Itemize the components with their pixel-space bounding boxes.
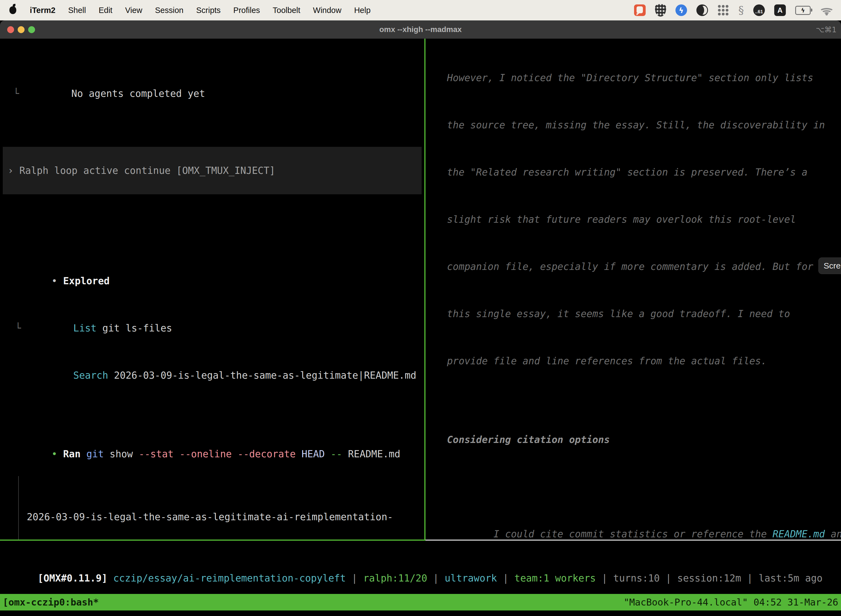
omx-team: team:1 workers bbox=[514, 573, 596, 584]
meter-icon[interactable]: ..61 bbox=[753, 4, 765, 16]
screen-overlay-tooltip: Scre bbox=[818, 258, 841, 274]
menu-item-window[interactable]: Window bbox=[306, 6, 348, 15]
thinking-line: this single essay, it seems like a good … bbox=[426, 306, 841, 322]
left-pane-bottom-border bbox=[0, 540, 424, 541]
prompt-chevron: › bbox=[8, 163, 13, 179]
bolt-badge-icon[interactable]: ϟ bbox=[675, 4, 687, 16]
menu-item-shell[interactable]: Shell bbox=[62, 6, 92, 15]
scripts-glyph-icon[interactable]: § bbox=[738, 4, 744, 16]
menu-status-icons: ϟ § ..61 A ϟ bbox=[634, 4, 833, 16]
explored-header: • Explored bbox=[0, 258, 424, 273]
wifi-icon[interactable] bbox=[820, 5, 833, 15]
menu-item-edit[interactable]: Edit bbox=[92, 6, 119, 15]
thinking-heading: Considering citation options bbox=[426, 432, 841, 448]
crescent-icon[interactable] bbox=[696, 4, 708, 16]
readme-link[interactable]: README.md bbox=[772, 528, 825, 540]
window-bottom-edge bbox=[0, 610, 841, 616]
bullet-icon: • bbox=[51, 449, 57, 459]
battery-icon[interactable]: ϟ bbox=[795, 6, 811, 15]
right-pane-bottom-border bbox=[425, 540, 841, 541]
menu-item-help[interactable]: Help bbox=[348, 6, 377, 15]
cmd-git-show: • Ran git show --stat --oneline --decora… bbox=[0, 431, 424, 446]
menu-item-profiles[interactable]: Profiles bbox=[227, 6, 267, 15]
omx-status-line: [OMX#0.11.9] cczip/essay/ai-reimplementa… bbox=[3, 555, 822, 571]
explored-search-row: Search 2026-03-09-is-legal-the-same-as-l… bbox=[0, 352, 424, 368]
omx-last: last:5m ago bbox=[759, 573, 822, 584]
a-app-icon[interactable]: A bbox=[774, 4, 786, 16]
grid-dots-icon[interactable] bbox=[717, 4, 729, 16]
inject-text: Ralph loop active continue [OMX_TMUX_INJ… bbox=[19, 163, 275, 179]
messages-icon[interactable] bbox=[634, 4, 646, 16]
menu-item-scripts[interactable]: Scripts bbox=[190, 6, 227, 15]
window-title: omx --xhigh --madmax bbox=[0, 21, 841, 39]
macos-menu-bar: iTerm2 Shell Edit View Session Scripts P… bbox=[0, 0, 841, 21]
tree-branch-glyph: └ bbox=[15, 320, 21, 336]
screen: iTerm2 Shell Edit View Session Scripts P… bbox=[0, 0, 841, 616]
apple-menu-icon[interactable] bbox=[9, 6, 16, 14]
thinking-line: companion file, especially if more comme… bbox=[426, 259, 841, 274]
thinking-line: provide file and line references from th… bbox=[426, 353, 841, 369]
left-pane: └No agents completed yet › Ralph loop ac… bbox=[0, 39, 424, 540]
menu-item-app[interactable]: iTerm2 bbox=[23, 6, 62, 15]
terminal: └No agents completed yet › Ralph loop ac… bbox=[0, 39, 841, 616]
thinking-line: I could cite commit statistics or refere… bbox=[426, 510, 841, 526]
omx-path: cczip/essay/ai-reimplementation-copyleft bbox=[113, 573, 346, 584]
agents-note: └No agents completed yet bbox=[0, 70, 424, 86]
thinking-line: the "Related research writing" section i… bbox=[426, 164, 841, 180]
omx-mode: ultrawork bbox=[444, 573, 497, 584]
inject-banner: › Ralph loop active continue [OMX_TMUX_I… bbox=[3, 147, 422, 194]
omx-version: [OMX#0.11.9] bbox=[38, 573, 113, 584]
bullet-icon: • bbox=[51, 276, 57, 286]
menu-item-toolbelt[interactable]: Toolbelt bbox=[266, 6, 306, 15]
menu-item-view[interactable]: View bbox=[119, 6, 148, 15]
tmux-host-clock: "MacBook-Pro-44.local" 04:52 31-Mar-26 bbox=[624, 594, 838, 610]
tmux-status-bar: [omx-cczip0:bash* "MacBook-Pro-44.local"… bbox=[0, 594, 841, 610]
omx-ralph: ralph:11/20 bbox=[363, 573, 427, 584]
explored-list-row: └List git ls-files bbox=[0, 305, 424, 320]
shield-icon[interactable] bbox=[655, 4, 666, 16]
cmd-wrap-block: 2026-03-09-is-legal-the-same-as-legitima… bbox=[0, 478, 424, 540]
pane-divider[interactable] bbox=[424, 39, 425, 541]
omx-turns: turns:10 bbox=[613, 573, 660, 584]
thinking-line: the source tree, missing the essay. Stil… bbox=[426, 117, 841, 133]
tmux-session-label: [omx-cczip0:bash* bbox=[3, 594, 99, 610]
window-title-bar: omx --xhigh --madmax ⌥⌘1 bbox=[0, 21, 841, 39]
thinking-line: slight risk that future readers may over… bbox=[426, 212, 841, 227]
window-shortcut-badge: ⌥⌘1 bbox=[816, 21, 837, 39]
right-pane: However, I noticed the "Directory Struct… bbox=[426, 39, 841, 540]
tree-branch-glyph: └ bbox=[13, 86, 19, 101]
menu-item-session[interactable]: Session bbox=[149, 6, 190, 15]
omx-session: session:12m bbox=[677, 573, 741, 584]
thinking-line: However, I noticed the "Directory Struct… bbox=[426, 70, 841, 86]
